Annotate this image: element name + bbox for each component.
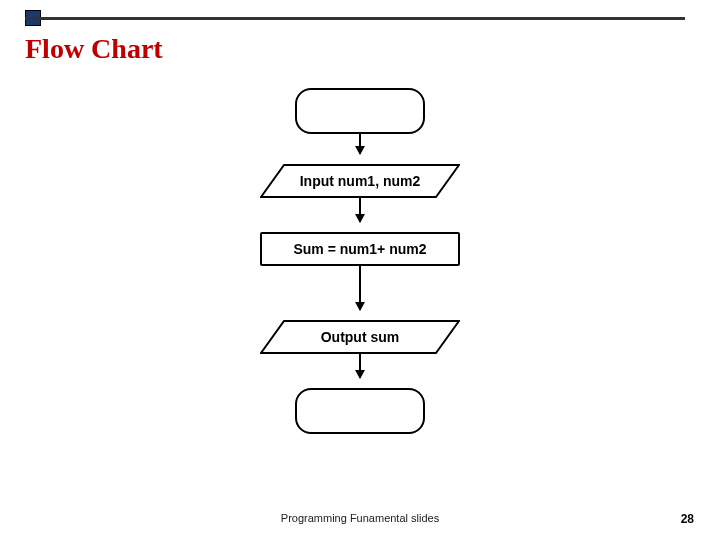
header-divider <box>25 17 685 20</box>
flowchart-process-box: Sum = num1+ num2 <box>260 232 460 266</box>
arrow-icon <box>359 354 361 378</box>
arrow-icon <box>359 134 361 154</box>
arrow-icon <box>359 198 361 222</box>
slide-title: Flow Chart <box>25 33 163 65</box>
arrow-icon <box>359 266 361 310</box>
slide-footer: Programming Funamental slides <box>0 512 720 524</box>
flowchart-end-terminal <box>295 388 425 434</box>
flowchart-input-label: Input num1, num2 <box>300 173 421 189</box>
flowchart-process-label: Sum = num1+ num2 <box>293 241 426 257</box>
flowchart-input-io: Input num1, num2 <box>260 164 460 198</box>
flowchart-output-io: Output sum <box>260 320 460 354</box>
flowchart-output-label: Output sum <box>321 329 400 345</box>
flowchart-start-terminal <box>295 88 425 134</box>
page-number: 28 <box>681 512 694 526</box>
